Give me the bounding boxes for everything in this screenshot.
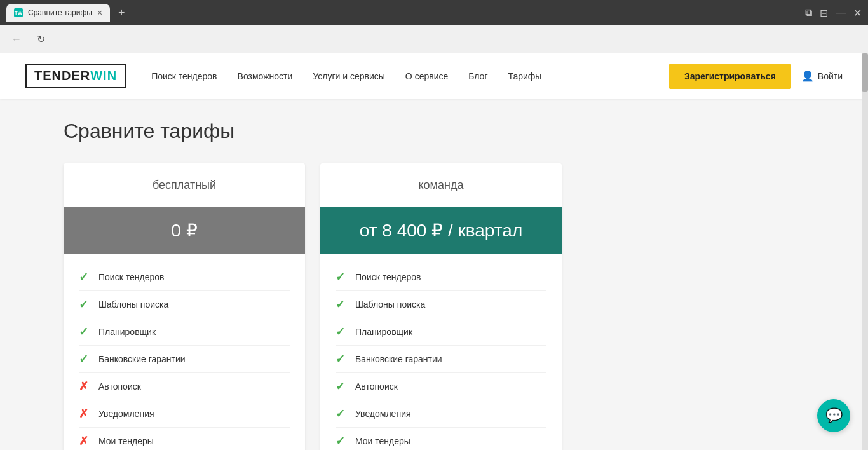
check-icon: ✓ [79, 270, 88, 284]
check-icon: ✓ [79, 297, 88, 311]
list-item: ✓ Планировщик [79, 318, 290, 346]
main-content: Сравните тарифы бесплатный 0 ₽ ✓ Поиск т… [0, 99, 868, 450]
tab-bar: TW Сравните тарифы × + [6, 4, 800, 22]
plan-card-team: команда от 8 400 ₽ / квартал ✓ Поиск тен… [320, 163, 562, 450]
list-item: ✓ Банковские гарантии [79, 346, 290, 373]
active-tab[interactable]: TW Сравните тарифы × [6, 4, 110, 22]
tab-favicon: TW [14, 8, 23, 17]
register-button[interactable]: Зарегистрироваться [669, 64, 791, 89]
list-item: ✓ Поиск тендеров [336, 264, 546, 291]
scrollbar[interactable] [862, 53, 868, 450]
nav-search[interactable]: Поиск тендеров [151, 71, 217, 81]
nav-tariffs[interactable]: Тарифы [508, 71, 542, 81]
cross-icon: ✗ [79, 434, 88, 448]
browser-controls: ⧉ ⊟ — ✕ [805, 7, 862, 19]
logo-win: WIN [90, 69, 117, 83]
cross-icon: ✗ [79, 407, 88, 421]
address-bar: ← ↻ [0, 25, 868, 53]
plan-name-team: команда [320, 163, 562, 207]
list-item: ✓ Банковские гарантии [336, 346, 546, 373]
check-icon: ✓ [336, 379, 345, 393]
site-header: TENDER WIN Поиск тендеров Возможности Ус… [0, 53, 868, 99]
list-item: ✗ Автопоиск [79, 373, 290, 400]
user-icon: 👤 [801, 70, 814, 82]
scrollbar-thumb[interactable] [862, 53, 868, 92]
check-icon: ✓ [79, 325, 88, 339]
list-item: ✓ Планировщик [336, 318, 546, 346]
features-list-team: ✓ Поиск тендеров ✓ Шаблоны поиска ✓ План… [320, 254, 562, 450]
list-item: ✓ Шаблоны поиска [336, 291, 546, 318]
main-nav: Поиск тендеров Возможности Услуги и серв… [151, 71, 669, 81]
list-item: ✓ Автопоиск [336, 373, 546, 400]
check-icon: ✓ [79, 352, 88, 366]
nav-about[interactable]: О сервисе [405, 71, 448, 81]
tab-label: Сравните тарифы [28, 8, 92, 17]
check-icon: ✓ [336, 270, 345, 284]
nav-blog[interactable]: Блог [468, 71, 487, 81]
check-icon: ✓ [336, 434, 345, 448]
back-button[interactable]: ← [8, 31, 25, 48]
check-icon: ✓ [336, 352, 345, 366]
logo-tender: TENDER [34, 69, 90, 83]
plan-name-free: бесплатный [64, 163, 305, 207]
nav-features[interactable]: Возможности [238, 71, 293, 81]
list-item: ✓ Поиск тендеров [79, 264, 290, 291]
list-item: ✗ Уведомления [79, 400, 290, 428]
check-icon: ✓ [336, 297, 345, 311]
list-item: ✗ Мои тендеры [79, 428, 290, 450]
check-icon: ✓ [336, 325, 345, 339]
features-list-free: ✓ Поиск тендеров ✓ Шаблоны поиска ✓ План… [64, 254, 305, 450]
list-item: ✓ Шаблоны поиска [79, 291, 290, 318]
plan-price-free: 0 ₽ [64, 207, 305, 254]
cross-icon: ✗ [79, 379, 88, 393]
new-tab-button[interactable]: + [112, 4, 130, 22]
chat-icon: 💬 [825, 407, 843, 424]
plan-card-free: бесплатный 0 ₽ ✓ Поиск тендеров ✓ Шаблон… [64, 163, 305, 450]
nav-actions: Зарегистрироваться 👤 Войти [669, 64, 843, 89]
login-button[interactable]: 👤 Войти [801, 70, 843, 82]
plan-price-team: от 8 400 ₽ / квартал [320, 207, 562, 254]
refresh-button[interactable]: ↻ [32, 31, 50, 48]
browser-chrome: TW Сравните тарифы × + ⧉ ⊟ — ✕ [0, 0, 868, 25]
check-icon: ✓ [336, 407, 345, 421]
list-item: ✓ Мои тендеры [336, 428, 546, 450]
list-item: ✓ Уведомления [336, 400, 546, 428]
page-content: TENDER WIN Поиск тендеров Возможности Ус… [0, 53, 868, 450]
close-window-btn[interactable]: ✕ [853, 7, 862, 19]
minimize-btn[interactable]: — [836, 7, 846, 19]
pricing-grid: бесплатный 0 ₽ ✓ Поиск тендеров ✓ Шаблон… [64, 163, 804, 450]
logo-link[interactable]: TENDER WIN [25, 64, 126, 88]
chat-button[interactable]: 💬 [817, 399, 850, 432]
nav-services[interactable]: Услуги и сервисы [313, 71, 385, 81]
tab-close-btn[interactable]: × [97, 8, 102, 18]
restore-btn[interactable]: ⧉ [805, 7, 812, 19]
page-title: Сравните тарифы [64, 119, 804, 143]
menu-btn[interactable]: ⊟ [820, 7, 828, 19]
